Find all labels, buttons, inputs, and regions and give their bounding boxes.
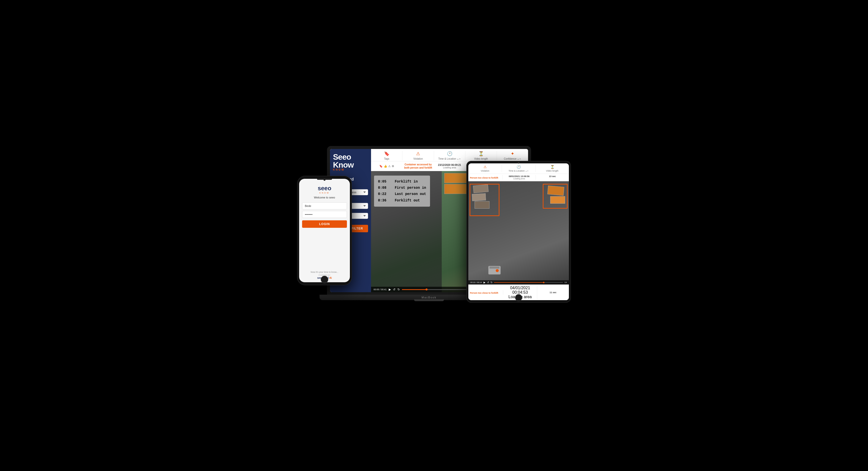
tablet-home-button[interactable] <box>515 294 522 301</box>
t-row2-datetime: 04/01/2021 00:04:53 <box>504 286 536 295</box>
t-row1-time: 08/01/2021 13:09:56 Loading area <box>503 175 536 180</box>
t-col-videolen: ⏳ Video length <box>535 165 569 172</box>
confidence-icon: ✦ <box>510 151 515 157</box>
overlay-line-4: 0:36 Forklift out <box>378 197 426 204</box>
restart-button[interactable]: ↺ <box>393 288 396 291</box>
phone-logo: seeo KNOW <box>318 185 332 194</box>
t-row1-location: Loading area <box>504 177 535 180</box>
phone-screen: seeo KNOW Welcome to seeo LOGIN Now it's… <box>299 179 350 282</box>
t-row1-videolen: 13 sec <box>536 175 569 177</box>
tablet-row-1[interactable]: Person too close to forklift 08/01/2021 … <box>468 174 569 181</box>
overlay-line-1: 0:05 Forklift in <box>378 178 426 185</box>
col-videolen: ⏳ Video length <box>465 151 497 160</box>
row-datetime: 23/12/2020 06:09:21 <box>434 164 465 166</box>
t-row2-violation: Person too close to forklift <box>468 290 503 295</box>
violation-label: Violation <box>413 158 423 160</box>
progress-dot <box>426 289 428 291</box>
row-location: Loading area <box>434 166 465 169</box>
tablet-body: ⚠ Violation 🕐 Time & Location ▲▼ ⏳ Video… <box>466 161 571 303</box>
t-video-time: 00:10 / 00:14 <box>470 281 482 283</box>
videolen-label: Video length <box>474 158 488 160</box>
tablet-camera <box>518 162 519 164</box>
phone-device: seeo KNOW Welcome to seeo LOGIN Now it's… <box>297 176 352 285</box>
t-restart-button[interactable]: ↺ <box>487 281 489 284</box>
tags-label: Tags <box>384 158 389 160</box>
tag-gear: ⚙ <box>392 165 394 168</box>
phone-footer-text: Now it's your time to know... <box>311 271 338 273</box>
phone-camera <box>323 179 326 181</box>
forklift-forks <box>490 267 499 269</box>
time-label: Time & Location ▲▼ <box>438 158 461 160</box>
laptop-notch <box>414 299 444 301</box>
t-violation-icon: ⚠ <box>484 165 487 169</box>
confidence-label: Confidence ▲▼ <box>504 158 521 160</box>
overlay-line-2: 0:08 First person in <box>378 185 426 191</box>
logo-text: Seeo Know <box>333 153 353 169</box>
tag-alert: ⚠ <box>388 165 391 168</box>
t-progress-bar[interactable] <box>494 282 563 283</box>
t-row1-violation: Person too close to forklift <box>468 175 503 179</box>
reload-button[interactable]: ↻ <box>397 288 400 291</box>
t-row1-datetime: 08/01/2021 13:09:56 <box>504 175 535 177</box>
t-progress-dot <box>543 282 545 283</box>
orange-box-left <box>470 184 499 216</box>
t-time-sort[interactable]: ▲▼ <box>525 170 529 172</box>
password-input[interactable] <box>302 211 347 218</box>
t-progress-fill <box>494 282 544 283</box>
t-violation-label: Violation <box>481 170 489 172</box>
ai-text: Ai <box>329 276 332 279</box>
t-forklift <box>488 266 501 274</box>
t-row2-videolen: 11 sec <box>537 291 569 294</box>
main-scene: Seeo Know KNOW Dashboard Rule Container … <box>297 146 571 325</box>
username-input[interactable] <box>302 202 347 209</box>
violation-icon: ⚠ <box>416 151 420 157</box>
tablet-video: 00:10 / 00:14 ▶ ↺ ↻ 1X <box>468 181 569 284</box>
t-videolen-label: Video length <box>546 170 558 172</box>
t-time-icon: 🕐 <box>517 165 521 169</box>
phone-logo-text: seeo <box>318 185 332 192</box>
t-row1-violation-text: Person too close to forklift <box>470 176 498 179</box>
tablet-device: ⚠ Violation 🕐 Time & Location ▲▼ ⏳ Video… <box>466 161 571 303</box>
row-tags: 🔖 👍 ⚠ ⚙ <box>371 165 402 168</box>
video-time: 00:05 / 00:41 <box>374 288 387 291</box>
col-tags: 🔖 Tags <box>371 151 402 160</box>
row-violation: Container accessed by both person and fo… <box>402 163 434 169</box>
video-overlay: 0:05 Forklift in 0:08 First person in 0:… <box>374 175 430 207</box>
tablet-screen: ⚠ Violation 🕐 Time & Location ▲▼ ⏳ Video… <box>468 163 569 300</box>
violation-text: Container accessed by both person and fo… <box>402 163 434 169</box>
col-confidence: ✦ Confidence ▲▼ <box>497 151 528 160</box>
tablet-video-controls: 00:10 / 00:14 ▶ ↺ ↻ 1X <box>468 280 569 284</box>
tag-bookmark: 🔖 <box>379 165 383 168</box>
overlay-line-3: 0:22 Last person out <box>378 191 426 197</box>
row-time: 23/12/2020 06:09:21 Loading area <box>434 164 465 169</box>
phone-body: seeo KNOW Welcome to seeo LOGIN Now it's… <box>297 176 352 285</box>
time-sort[interactable]: ▲▼ <box>457 158 461 160</box>
orange-box-right <box>543 184 568 209</box>
t-person-dot <box>496 269 499 272</box>
col-time: 🕐 Time & Location ▲▼ <box>434 151 465 160</box>
login-button[interactable]: LOGIN <box>302 220 347 228</box>
col-violation: ⚠ Violation <box>402 151 434 160</box>
t-col-time: 🕐 Time & Location ▲▼ <box>502 165 535 172</box>
phone-welcome: Welcome to seeo <box>314 196 335 199</box>
phone-logo-tagline: KNOW <box>318 192 332 194</box>
sidebar-logo: Seeo Know KNOW <box>333 153 368 171</box>
tag-thumb: 👍 <box>384 165 387 168</box>
t-speed[interactable]: 1X <box>564 281 567 283</box>
phone-home-button[interactable] <box>321 276 328 283</box>
t-row2-violation-text: Person too close to forklift <box>470 292 498 294</box>
play-button[interactable]: ▶ <box>389 288 391 291</box>
t-reload-button[interactable]: ↻ <box>491 281 493 284</box>
confidence-sort[interactable]: ▲▼ <box>517 158 521 160</box>
tags-icon: 🔖 <box>384 151 390 157</box>
t-play-button[interactable]: ▶ <box>484 281 486 284</box>
table-header: 🔖 Tags ⚠ Violation 🕐 Time & Location ▲▼ <box>371 149 528 161</box>
t-col-violation: ⚠ Violation <box>468 165 502 172</box>
progress-fill <box>402 289 427 290</box>
t-time-label: Time & Location ▲▼ <box>508 170 529 172</box>
tablet-table-header: ⚠ Violation 🕐 Time & Location ▲▼ ⏳ Video… <box>468 163 569 174</box>
t-videolen-icon: ⏳ <box>550 165 554 169</box>
tablet-video-bg <box>468 181 569 284</box>
videolen-icon: ⏳ <box>478 151 484 157</box>
time-icon: 🕐 <box>447 151 453 157</box>
